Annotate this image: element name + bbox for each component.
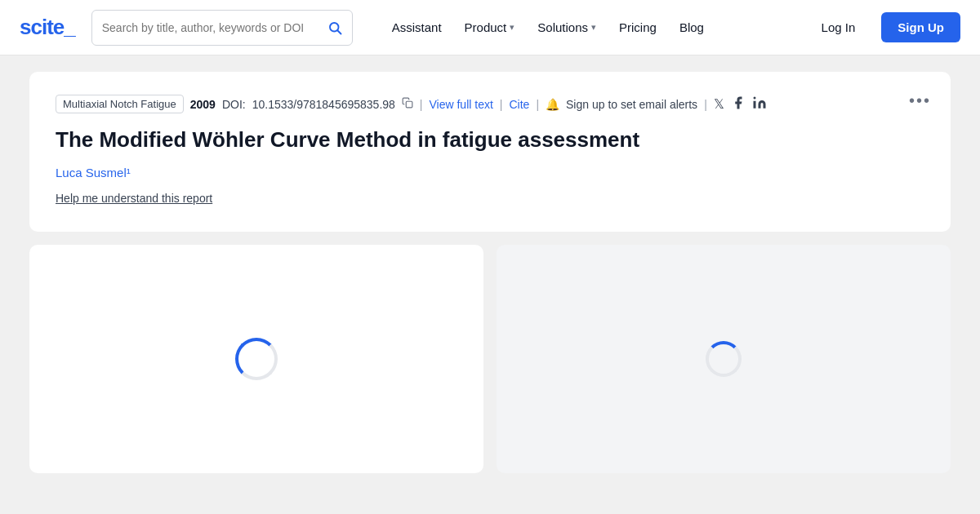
page-content: ••• Multiaxial Notch Fatigue 2009 DOI: 1… [16, 72, 964, 473]
separator-3: | [536, 98, 539, 111]
loading-grid [29, 245, 951, 473]
article-year: 2009 [190, 98, 216, 111]
twitter-icon[interactable]: 𝕏 [714, 96, 724, 112]
svg-point-0 [330, 23, 339, 32]
product-chevron-icon: ▾ [510, 22, 514, 33]
help-understand-link[interactable]: Help me understand this report [56, 192, 212, 205]
alert-text: Sign up to set email alerts [566, 98, 697, 111]
view-full-text-link[interactable]: View full text [430, 98, 493, 111]
loading-card-left [29, 245, 483, 473]
cite-link[interactable]: Cite [509, 98, 529, 111]
search-input[interactable] [102, 21, 321, 34]
article-doi-label: DOI: [222, 98, 246, 111]
facebook-icon[interactable] [731, 95, 746, 113]
nav-solutions[interactable]: Solutions ▾ [528, 14, 606, 41]
article-authors[interactable]: Luca Susmel¹ [56, 166, 924, 179]
spinner-right [706, 341, 742, 377]
svg-line-1 [337, 30, 341, 33]
svg-point-3 [753, 96, 755, 99]
linkedin-icon[interactable] [752, 95, 767, 113]
bell-icon[interactable]: 🔔 [546, 98, 559, 111]
article-topic-tag: Multiaxial Notch Fatigue [56, 95, 184, 113]
spinner-left [235, 338, 278, 380]
article-card: ••• Multiaxial Notch Fatigue 2009 DOI: 1… [29, 72, 951, 232]
nav-blog[interactable]: Blog [670, 14, 714, 41]
loading-card-right [497, 245, 951, 473]
copy-doi-icon[interactable] [402, 97, 413, 111]
separator-1: | [420, 98, 423, 111]
logo[interactable]: scite_ [20, 15, 75, 40]
solutions-chevron-icon: ▾ [591, 22, 596, 33]
article-meta: Multiaxial Notch Fatigue 2009 DOI: 10.15… [56, 95, 924, 113]
signup-button[interactable]: Sign Up [881, 12, 960, 42]
nav-product[interactable]: Product ▾ [455, 14, 525, 41]
article-title: The Modified Wöhler Curve Method in fati… [56, 126, 924, 154]
more-options-button[interactable]: ••• [909, 91, 931, 110]
nav-links: Assistant Product ▾ Solutions ▾ Pricing … [382, 14, 714, 41]
article-doi-value: 10.1533/9781845695835.98 [252, 98, 395, 111]
nav-pricing[interactable]: Pricing [609, 14, 666, 41]
social-icons: 𝕏 [714, 95, 767, 113]
nav-assistant[interactable]: Assistant [382, 14, 452, 41]
svg-rect-2 [406, 101, 412, 108]
navbar: scite_ Assistant Product ▾ Solutions ▾ P… [0, 0, 980, 55]
search-bar [91, 10, 353, 46]
login-button[interactable]: Log In [812, 14, 866, 41]
separator-4: | [704, 98, 707, 111]
search-icon [327, 20, 342, 35]
separator-2: | [500, 98, 503, 111]
